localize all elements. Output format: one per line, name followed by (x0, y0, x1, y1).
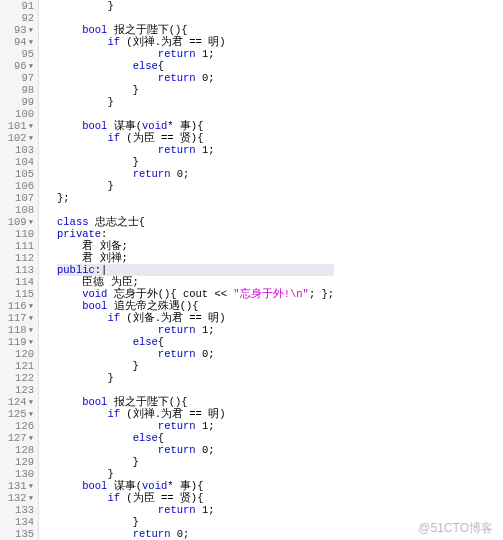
line-number: 112 (0, 252, 34, 264)
line-number: 117▾ (0, 312, 34, 324)
line-number: 129 (0, 456, 34, 468)
fold-marker-icon[interactable]: ▾ (28, 300, 34, 312)
code-line: } (57, 456, 334, 468)
fold-marker-icon[interactable]: ▾ (28, 492, 34, 504)
line-number: 125▾ (0, 408, 34, 420)
line-number: 110 (0, 228, 34, 240)
fold-marker-icon[interactable]: ▾ (28, 336, 34, 348)
line-number: 105 (0, 168, 34, 180)
code-line: } (57, 180, 334, 192)
line-number: 119▾ (0, 336, 34, 348)
code-line: return 0; (57, 72, 334, 84)
line-number: 120 (0, 348, 34, 360)
line-number: 133 (0, 504, 34, 516)
code-line: return 1; (57, 48, 334, 60)
code-line (57, 384, 334, 396)
code-area[interactable]: } bool 报之于陛下(){ if (刘禅.为君 == 明) return 1… (39, 0, 334, 540)
code-line: if (刘备.为君 == 明) (57, 312, 334, 324)
line-number: 131▾ (0, 480, 34, 492)
line-number: 121 (0, 360, 34, 372)
fold-marker-icon[interactable]: ▾ (28, 408, 34, 420)
line-number: 126 (0, 420, 34, 432)
code-line: } (57, 84, 334, 96)
code-line: if (刘禅.为君 == 明) (57, 408, 334, 420)
code-line: return 1; (57, 504, 334, 516)
code-line (57, 204, 334, 216)
code-line: return 0; (57, 168, 334, 180)
line-number: 128 (0, 444, 34, 456)
line-number: 102▾ (0, 132, 34, 144)
code-editor: 919293▾94▾9596▾979899100101▾102▾10310410… (0, 0, 503, 540)
line-number: 109▾ (0, 216, 34, 228)
code-line: bool 报之于陛下(){ (57, 396, 334, 408)
line-number: 97 (0, 72, 34, 84)
line-number: 124▾ (0, 396, 34, 408)
line-number: 127▾ (0, 432, 34, 444)
code-line: if (为臣 == 贤){ (57, 492, 334, 504)
fold-marker-icon[interactable]: ▾ (28, 120, 34, 132)
line-number: 113 (0, 264, 34, 276)
line-number: 114 (0, 276, 34, 288)
code-line: class 忠志之士{ (57, 216, 334, 228)
code-line: bool 谋事(void* 事){ (57, 120, 334, 132)
code-line: bool 追先帝之殊遇(){ (57, 300, 334, 312)
code-line: return 1; (57, 324, 334, 336)
code-line: void 忘身于外(){ cout << "忘身于外!\n"; }; (57, 288, 334, 300)
fold-marker-icon[interactable]: ▾ (28, 24, 34, 36)
code-line: } (57, 0, 334, 12)
fold-marker-icon[interactable]: ▾ (28, 216, 34, 228)
line-number: 100 (0, 108, 34, 120)
line-number: 96▾ (0, 60, 34, 72)
code-line (57, 108, 334, 120)
line-number: 93▾ (0, 24, 34, 36)
line-number: 134 (0, 516, 34, 528)
code-line: bool 报之于陛下(){ (57, 24, 334, 36)
line-number: 132▾ (0, 492, 34, 504)
line-number: 94▾ (0, 36, 34, 48)
line-number: 98 (0, 84, 34, 96)
code-line: } (57, 468, 334, 480)
watermark: @51CTO博客 (418, 522, 493, 534)
fold-marker-icon[interactable]: ▾ (28, 60, 34, 72)
line-number: 111 (0, 240, 34, 252)
code-line (57, 12, 334, 24)
code-line: public:| (57, 264, 334, 276)
code-line: } (57, 156, 334, 168)
code-line: else{ (57, 432, 334, 444)
line-number: 115 (0, 288, 34, 300)
code-line: return 1; (57, 420, 334, 432)
code-line: return 1; (57, 144, 334, 156)
fold-marker-icon[interactable]: ▾ (28, 132, 34, 144)
fold-marker-icon[interactable]: ▾ (28, 36, 34, 48)
code-line: return 0; (57, 348, 334, 360)
code-line: 君 刘备; (57, 240, 334, 252)
fold-marker-icon[interactable]: ▾ (28, 432, 34, 444)
code-line: if (为臣 == 贤){ (57, 132, 334, 144)
line-number: 95 (0, 48, 34, 60)
line-number: 104 (0, 156, 34, 168)
line-number: 122 (0, 372, 34, 384)
line-number: 101▾ (0, 120, 34, 132)
line-number: 106 (0, 180, 34, 192)
line-number-gutter[interactable]: 919293▾94▾9596▾979899100101▾102▾10310410… (0, 0, 39, 540)
code-line: } (57, 96, 334, 108)
code-line: if (刘禅.为君 == 明) (57, 36, 334, 48)
line-number: 123 (0, 384, 34, 396)
code-line: }; (57, 192, 334, 204)
code-line: } (57, 516, 334, 528)
line-number: 99 (0, 96, 34, 108)
code-line: 臣德 为臣; (57, 276, 334, 288)
fold-marker-icon[interactable]: ▾ (28, 324, 34, 336)
fold-marker-icon[interactable]: ▾ (28, 396, 34, 408)
line-number: 118▾ (0, 324, 34, 336)
code-line: } (57, 372, 334, 384)
line-number: 135 (0, 528, 34, 540)
line-number: 107 (0, 192, 34, 204)
code-line: return 0; (57, 444, 334, 456)
line-number: 91 (0, 0, 34, 12)
fold-marker-icon[interactable]: ▾ (28, 480, 34, 492)
fold-marker-icon[interactable]: ▾ (28, 312, 34, 324)
code-line: else{ (57, 336, 334, 348)
line-number: 116▾ (0, 300, 34, 312)
code-line: private: (57, 228, 334, 240)
